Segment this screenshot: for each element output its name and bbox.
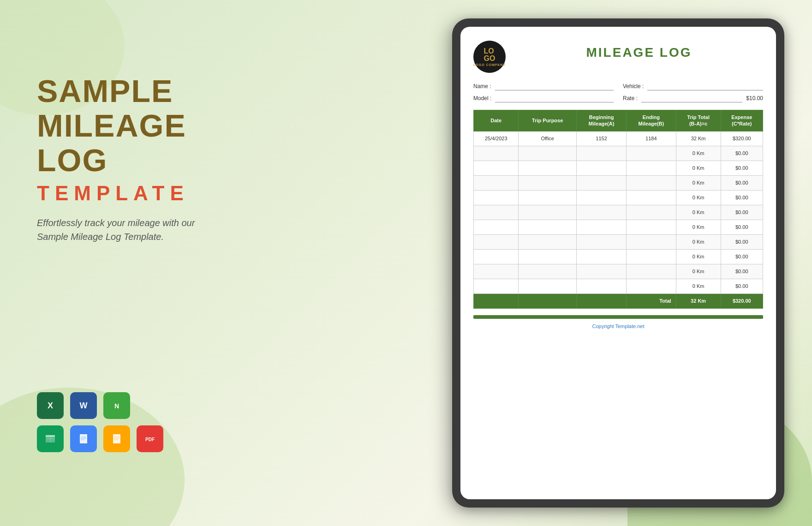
doc-header: LOGO LOGO COMPANY MILEAGE LOG (473, 41, 763, 73)
col-begin: BeginningMileage(A) (577, 110, 627, 132)
app-icons-row1: X W N (37, 392, 163, 419)
table-row: 0 Km $0.00 (474, 205, 763, 220)
name-group: Name : (473, 82, 614, 90)
cell-purpose (519, 264, 577, 279)
cell-total: 0 Km (676, 146, 721, 161)
word-icon[interactable]: W (70, 392, 97, 419)
pdf-icon[interactable]: PDF (137, 425, 163, 452)
cell-begin (577, 264, 627, 279)
col-purpose: Trip Purpose (519, 110, 577, 132)
excel-icon[interactable]: X (37, 392, 64, 419)
cell-begin (577, 234, 627, 249)
name-line (495, 82, 614, 90)
total-empty-3 (577, 293, 627, 308)
col-expense: Expense(C*Rate) (721, 110, 763, 132)
cell-begin (577, 249, 627, 264)
docs-icon[interactable] (70, 425, 97, 452)
vehicle-group: Vehicle : (623, 82, 763, 90)
doc-title: MILEAGE LOG (515, 45, 763, 60)
doc-title-area: MILEAGE LOG (515, 41, 763, 60)
cell-total: 0 Km (676, 205, 721, 220)
cell-total: 0 Km (676, 175, 721, 190)
cell-purpose (519, 205, 577, 220)
left-content: SAMPLE MILEAGE LOG TEMPLATE Effortlessly… (37, 74, 258, 244)
table-row: 0 Km $0.00 (474, 234, 763, 249)
rate-label: Rate : (623, 95, 638, 102)
cell-date (474, 205, 519, 220)
cell-begin (577, 190, 627, 205)
cell-date: 25/4/2023 (474, 131, 519, 146)
cell-total: 0 Km (676, 264, 721, 279)
total-empty-2 (519, 293, 577, 308)
cell-date (474, 161, 519, 175)
svg-text:X: X (48, 401, 53, 410)
cell-expense: $0.00 (721, 205, 763, 220)
cell-purpose (519, 249, 577, 264)
cell-expense: $0.00 (721, 175, 763, 190)
cell-total: 0 Km (676, 279, 721, 293)
cell-date (474, 190, 519, 205)
logo: LOGO LOGO COMPANY (473, 41, 506, 73)
svg-text:W: W (80, 401, 88, 410)
form-row-2: Model : Rate : $10.00 (473, 94, 763, 102)
numbers-icon[interactable]: N (103, 392, 130, 419)
cell-purpose (519, 161, 577, 175)
cell-end (626, 279, 676, 293)
cell-total: 0 Km (676, 234, 721, 249)
cell-purpose (519, 234, 577, 249)
mileage-table: Date Trip Purpose BeginningMileage(A) En… (473, 110, 763, 309)
col-total: Trip Total(B-A)=c (676, 110, 721, 132)
name-label: Name : (473, 83, 491, 90)
footer-bar (473, 315, 763, 319)
cell-purpose: Office (519, 131, 577, 146)
table-row: 0 Km $0.00 (474, 146, 763, 161)
pages-icon[interactable] (103, 425, 130, 452)
cell-purpose (519, 146, 577, 161)
cell-expense: $0.00 (721, 264, 763, 279)
cell-date (474, 264, 519, 279)
cell-expense: $0.00 (721, 249, 763, 264)
tablet-outer: LOGO LOGO COMPANY MILEAGE LOG Name : Veh… (452, 18, 784, 508)
cell-expense: $320.00 (721, 131, 763, 146)
rate-line (641, 94, 742, 102)
model-line (495, 94, 614, 102)
cell-begin (577, 175, 627, 190)
cell-end (626, 205, 676, 220)
sheets-icon[interactable] (37, 425, 64, 452)
form-fields: Name : Vehicle : Model : Rate : (473, 82, 763, 102)
total-label: Total (626, 293, 676, 308)
cell-begin (577, 220, 627, 234)
cell-end (626, 190, 676, 205)
description: Effortlessly track your mileage with our… (37, 216, 221, 244)
vehicle-line (647, 82, 763, 90)
col-date: Date (474, 110, 519, 132)
table-row: 0 Km $0.00 (474, 220, 763, 234)
rate-value: $10.00 (746, 95, 763, 102)
vehicle-label: Vehicle : (623, 83, 644, 90)
total-row: Total 32 Km $320.00 (474, 293, 763, 308)
template-subtitle: TEMPLATE (37, 182, 258, 205)
cell-date (474, 249, 519, 264)
cell-date (474, 175, 519, 190)
cell-begin (577, 205, 627, 220)
app-icons-row2: PDF (37, 425, 163, 452)
cell-expense: $0.00 (721, 220, 763, 234)
svg-text:PDF: PDF (145, 437, 155, 442)
table-row: 0 Km $0.00 (474, 161, 763, 175)
cell-date (474, 146, 519, 161)
cell-end: 1184 (626, 131, 676, 146)
cell-total: 0 Km (676, 220, 721, 234)
cell-end (626, 249, 676, 264)
table-row: 0 Km $0.00 (474, 175, 763, 190)
col-end: EndingMileage(B) (626, 110, 676, 132)
model-label: Model : (473, 95, 491, 102)
svg-rect-12 (80, 434, 87, 443)
svg-text:N: N (114, 402, 119, 410)
logo-text: LOGO (484, 48, 496, 62)
cell-expense: $0.00 (721, 161, 763, 175)
total-empty-1 (474, 293, 519, 308)
svg-rect-17 (113, 434, 120, 443)
cell-end (626, 264, 676, 279)
table-row: 0 Km $0.00 (474, 249, 763, 264)
cell-expense: $0.00 (721, 279, 763, 293)
